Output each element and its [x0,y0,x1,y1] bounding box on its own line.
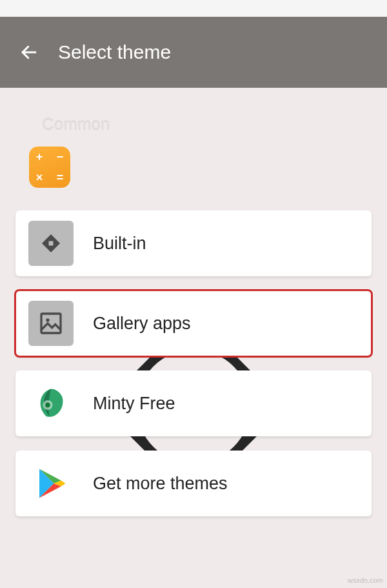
theme-option-minty-free[interactable]: Minty Free [15,370,372,436]
play-store-icon [28,461,74,506]
page-title: Select theme [58,41,171,63]
svg-point-7 [45,403,50,408]
back-icon[interactable] [19,43,39,62]
watermark: wsxdn.com [348,576,383,584]
status-bar [0,0,387,17]
theme-list: Built-in Gallery apps Minty Free [0,210,387,516]
appbar: Select theme [0,17,387,88]
theme-option-label: Gallery apps [93,314,191,334]
svg-rect-4 [41,314,61,333]
theme-option-label: Minty Free [93,394,175,414]
theme-option-label: Get more themes [93,474,228,494]
theme-option-get-more[interactable]: Get more themes [15,451,372,516]
built-in-icon [28,221,74,266]
svg-rect-3 [49,241,54,246]
theme-option-gallery-apps[interactable]: Gallery apps [15,290,372,356]
svg-point-5 [46,318,49,321]
theme-option-built-in[interactable]: Built-in [15,210,372,276]
section-label: Common [42,114,387,134]
theme-option-label: Built-in [93,234,146,254]
calculator-icon[interactable]: + − × = [29,147,70,188]
minty-icon [28,381,74,426]
gallery-icon [28,301,74,346]
